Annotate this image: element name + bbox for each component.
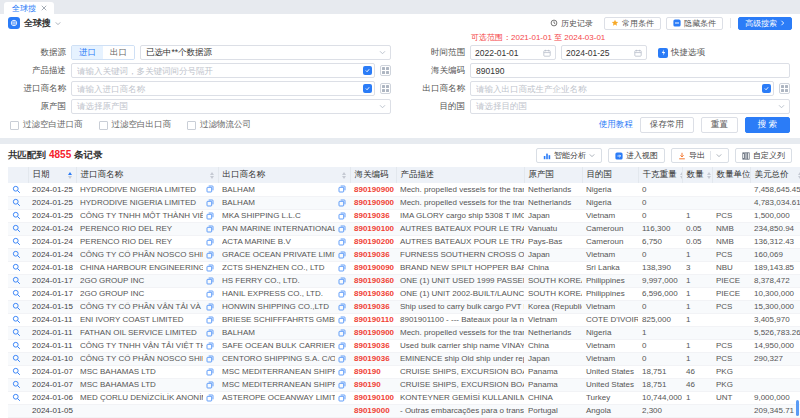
row-detail-search-icon[interactable]	[12, 354, 24, 363]
favorites-button[interactable]: 常用条件	[604, 17, 661, 30]
column-header[interactable]: 数量	[682, 167, 712, 183]
more-settings-icon[interactable]	[779, 83, 790, 94]
reset-button[interactable]: 重置	[701, 117, 738, 133]
row-detail-search-icon[interactable]	[12, 380, 24, 389]
data-source-select[interactable]: 已选中**个数据源	[140, 45, 391, 60]
hs-code-input[interactable]	[470, 63, 790, 78]
row-detail-search-icon[interactable]	[12, 328, 24, 337]
column-header[interactable]: 产品描述	[396, 167, 524, 183]
checkbox-logistics[interactable]: 过滤物流公司	[187, 119, 251, 131]
close-icon[interactable]	[41, 5, 47, 11]
history-button[interactable]: 历史记录	[544, 17, 599, 30]
column-header[interactable]: 进口商名称	[76, 167, 218, 183]
copy-icon[interactable]	[206, 368, 214, 376]
row-detail-search-icon[interactable]	[12, 185, 24, 194]
copy-icon[interactable]	[338, 394, 346, 402]
row-detail-search-icon[interactable]	[12, 315, 24, 324]
sort-icon[interactable]	[704, 172, 711, 179]
checkbox-blank-importer[interactable]: 过滤空白进口商	[10, 119, 83, 131]
save-common-button[interactable]: 保存常用	[640, 117, 694, 133]
row-detail-search-icon[interactable]	[12, 263, 24, 272]
copy-icon[interactable]	[338, 342, 346, 350]
export-tab[interactable]: 出口	[103, 46, 134, 59]
copy-icon[interactable]	[206, 329, 214, 337]
copy-icon[interactable]	[206, 251, 214, 259]
search-button[interactable]: 搜 索	[745, 117, 790, 133]
column-header[interactable]: 目的国	[582, 167, 638, 183]
copy-icon[interactable]	[206, 238, 214, 246]
destination-select[interactable]: 请选择目的国	[470, 99, 790, 114]
copy-icon[interactable]	[206, 185, 214, 193]
row-detail-search-icon[interactable]	[12, 393, 24, 402]
quick-options-button[interactable]: 快捷选项	[658, 47, 705, 59]
copy-icon[interactable]	[206, 199, 214, 207]
app-title-menu[interactable]: 全球搜	[8, 17, 61, 30]
more-settings-icon[interactable]	[380, 65, 391, 76]
row-detail-search-icon[interactable]	[12, 276, 24, 285]
copy-icon[interactable]	[338, 251, 346, 259]
sort-icon[interactable]	[677, 172, 683, 179]
copy-icon[interactable]	[338, 355, 346, 363]
exporter-input[interactable]	[470, 81, 774, 96]
copy-icon[interactable]	[338, 316, 346, 324]
copy-icon[interactable]	[338, 303, 346, 311]
importer-input[interactable]	[71, 81, 375, 96]
column-header[interactable]: 数量单位	[712, 167, 750, 183]
copy-icon[interactable]	[338, 185, 346, 193]
input-option-icon[interactable]	[363, 66, 372, 75]
hide-conditions-button[interactable]: 隐藏条件	[666, 17, 723, 30]
row-detail-search-icon[interactable]	[12, 302, 24, 311]
input-option-icon[interactable]	[762, 84, 771, 93]
more-settings-icon[interactable]	[380, 83, 391, 94]
copy-icon[interactable]	[206, 264, 214, 272]
row-detail-search-icon[interactable]	[12, 237, 24, 246]
copy-icon[interactable]	[338, 212, 346, 220]
smart-analysis-button[interactable]: 智能分析	[536, 148, 602, 163]
copy-icon[interactable]	[206, 303, 214, 311]
row-detail-search-icon[interactable]	[12, 341, 24, 350]
tutorial-link[interactable]: 使用教程	[599, 119, 633, 131]
copy-icon[interactable]	[206, 381, 214, 389]
sort-icon[interactable]	[795, 172, 800, 179]
origin-select[interactable]: 请选择原产国	[71, 99, 391, 114]
copy-icon[interactable]	[338, 329, 346, 337]
row-detail-search-icon[interactable]	[12, 289, 24, 298]
copy-icon[interactable]	[206, 394, 214, 402]
enter-view-button[interactable]: 进入视图	[608, 148, 665, 163]
import-tab[interactable]: 进口	[72, 46, 103, 59]
export-button[interactable]: 导出	[671, 148, 729, 163]
row-detail-search-icon[interactable]	[12, 224, 24, 233]
copy-icon[interactable]	[338, 368, 346, 376]
column-header[interactable]: 出口商名称	[218, 167, 350, 183]
copy-icon[interactable]	[338, 264, 346, 272]
custom-columns-button[interactable]: 自定义列	[735, 148, 792, 163]
date-end-input[interactable]: 2024-01-25	[561, 45, 647, 60]
copy-icon[interactable]	[338, 199, 346, 207]
input-option-icon[interactable]	[363, 84, 372, 93]
sort-icon[interactable]	[339, 172, 346, 179]
column-header[interactable]: 日期	[28, 167, 76, 183]
copy-icon[interactable]	[206, 225, 214, 233]
copy-icon[interactable]	[206, 277, 214, 285]
copy-icon[interactable]	[206, 342, 214, 350]
copy-icon[interactable]	[206, 290, 214, 298]
advanced-search-button[interactable]: 高级搜索	[738, 17, 792, 30]
chevron-down-icon[interactable]	[716, 153, 722, 158]
row-detail-search-icon[interactable]	[12, 367, 24, 376]
copy-icon[interactable]	[206, 212, 214, 220]
row-detail-search-icon[interactable]	[12, 250, 24, 259]
row-detail-search-icon[interactable]	[12, 211, 24, 220]
copy-icon[interactable]	[206, 355, 214, 363]
copy-icon[interactable]	[206, 316, 214, 324]
product-desc-input[interactable]	[71, 63, 375, 78]
copy-icon[interactable]	[338, 238, 346, 246]
column-header[interactable]: 原产国	[524, 167, 582, 183]
column-header[interactable]: 美元总价	[750, 167, 800, 183]
column-header[interactable]: 海关编码	[350, 167, 396, 183]
column-header[interactable]: 千克重量	[638, 167, 682, 183]
checkbox-blank-exporter[interactable]: 过滤空白出口商	[99, 119, 172, 131]
copy-icon[interactable]	[338, 225, 346, 233]
sort-icon[interactable]	[207, 172, 214, 179]
date-start-input[interactable]: 2022-01-01	[470, 45, 556, 60]
copy-icon[interactable]	[338, 277, 346, 285]
